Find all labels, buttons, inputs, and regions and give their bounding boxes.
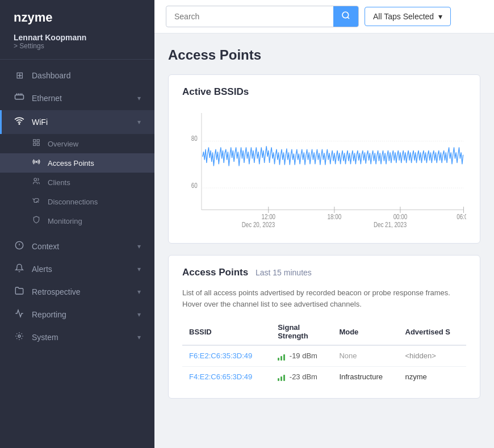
sidebar-item-clients[interactable]: Clients [0, 173, 154, 192]
context-label: Context [32, 242, 131, 251]
bssid-link-2[interactable]: F4:E2:C6:65:3D:49 [189, 372, 252, 381]
svg-rect-6 [34, 140, 36, 142]
signal-bar-2 [281, 376, 282, 381]
disconnections-label: Disconnections [48, 198, 98, 206]
ethernet-chevron: ▾ [137, 94, 141, 102]
reporting-icon [14, 309, 25, 320]
retrospective-icon [14, 286, 25, 298]
col-mode: Mode [332, 319, 398, 345]
svg-rect-0 [15, 95, 24, 99]
bssid-link[interactable]: F6:E2:C6:35:3D:49 [189, 351, 252, 360]
search-wrapper [166, 6, 359, 27]
user-name: Lennart Koopmann [14, 33, 141, 42]
search-input[interactable] [166, 7, 333, 26]
alerts-icon [14, 263, 25, 275]
svg-text:80: 80 [191, 135, 198, 143]
taps-label: All Taps Selected [373, 12, 434, 21]
col-signal: SignalStrength [271, 319, 332, 345]
app-logo: nzyme [0, 0, 154, 33]
system-icon [14, 332, 25, 343]
access-points-label: Access Points [48, 159, 94, 168]
alerts-label: Alerts [32, 265, 131, 274]
context-icon [14, 241, 25, 252]
svg-point-15 [18, 335, 20, 337]
signal-value-2: -23 dBm [290, 372, 317, 381]
signal-bar-2 [281, 356, 282, 361]
content-area: Access Points Active BSSIDs 80 60 [154, 34, 494, 448]
ap-title-text: Access Points [182, 267, 248, 278]
sidebar-item-disconnections[interactable]: Disconnections [0, 192, 154, 211]
sidebar-item-retrospective[interactable]: Retrospective ▾ [0, 280, 154, 303]
signal-cell: -19 dBm [271, 345, 332, 366]
svg-text:60: 60 [191, 182, 198, 189]
table-row: F6:E2:C6:35:3D:49 -19 dBm None [182, 345, 466, 366]
advertised-value-2: nzyme [405, 372, 427, 381]
topbar: All Taps Selected ▾ [154, 0, 494, 34]
sidebar-ethernet-label: Ethernet [32, 94, 131, 103]
ap-subtitle: Last 15 minutes [256, 268, 312, 277]
signal-bar-1 [278, 358, 279, 361]
sidebar-item-label: Dashboard [32, 71, 141, 80]
sidebar-item-ethernet[interactable]: Ethernet ▾ [0, 86, 154, 110]
sidebar-item-wifi[interactable]: WiFi ▾ [0, 110, 154, 134]
ethernet-icon [14, 92, 25, 104]
sidebar-item-access-points[interactable]: Access Points [0, 153, 154, 173]
svg-text:06:00: 06:00 [457, 213, 466, 220]
monitoring-icon [31, 216, 42, 226]
sidebar-item-alerts[interactable]: Alerts ▾ [0, 258, 154, 280]
user-info: Lennart Koopmann > Settings [0, 33, 154, 59]
settings-link[interactable]: > Settings [14, 42, 141, 50]
context-chevron: ▾ [137, 242, 141, 250]
access-points-card: Access Points Last 15 minutes List of al… [168, 255, 480, 399]
svg-text:Dec 20, 2023: Dec 20, 2023 [242, 221, 275, 228]
signal-bar-1 [278, 378, 279, 381]
advertised-cell-2: nzyme [399, 366, 466, 387]
signal-bar-3 [283, 375, 285, 381]
sidebar-item-dashboard[interactable]: ⊞ Dashboard [0, 64, 154, 86]
svg-text:Dec 21, 2023: Dec 21, 2023 [374, 221, 407, 228]
main-area: All Taps Selected ▾ Access Points Active… [154, 0, 494, 448]
access-points-table: BSSID SignalStrength Mode Advertised S F… [182, 319, 466, 387]
alerts-chevron: ▾ [137, 265, 141, 273]
clients-label: Clients [48, 178, 70, 187]
sidebar-divider [0, 59, 154, 60]
advertised-value: <hidden> [405, 351, 436, 360]
col-advertised: Advertised S [399, 319, 466, 345]
active-bssids-card: Active BSSIDs 80 60 [168, 74, 480, 244]
signal-bar-3 [283, 354, 285, 361]
access-points-description: List of all access points advertised by … [182, 287, 466, 309]
mode-value: None [339, 351, 357, 360]
svg-rect-9 [37, 143, 39, 145]
sidebar-item-reporting[interactable]: Reporting ▾ [0, 303, 154, 326]
system-chevron: ▾ [137, 333, 141, 341]
active-bssids-chart: 80 60 12:00 Dec 20, 2023 18:00 00:00 [182, 107, 466, 232]
page-title: Access Points [168, 47, 480, 63]
svg-rect-7 [37, 140, 39, 142]
retrospective-label: Retrospective [32, 287, 131, 296]
monitoring-label: Monitoring [48, 217, 82, 225]
signal-bars-2 [278, 373, 285, 381]
search-button[interactable] [333, 6, 358, 27]
active-bssids-title: Active BSSIDs [182, 86, 466, 98]
svg-text:00:00: 00:00 [393, 213, 408, 220]
svg-point-11 [34, 178, 37, 181]
svg-point-20 [342, 12, 349, 18]
svg-line-21 [348, 17, 349, 19]
reporting-chevron: ▾ [137, 311, 141, 319]
sidebar-item-system[interactable]: System ▾ [0, 326, 154, 349]
dashboard-icon: ⊞ [14, 70, 25, 81]
sidebar-item-overview[interactable]: Overview [0, 134, 154, 153]
access-points-card-title: Access Points Last 15 minutes [182, 267, 466, 278]
sidebar-item-context[interactable]: Context ▾ [0, 235, 154, 258]
svg-point-5 [19, 124, 20, 125]
sidebar-item-monitoring[interactable]: Monitoring [0, 211, 154, 231]
overview-icon [31, 139, 42, 149]
svg-text:18:00: 18:00 [328, 213, 342, 220]
sidebar-wifi-label: WiFi [32, 118, 131, 127]
disconnections-icon [31, 196, 42, 207]
bssid-cell: F6:E2:C6:35:3D:49 [182, 345, 271, 366]
bssid-chart-svg: 80 60 12:00 Dec 20, 2023 18:00 00:00 [182, 107, 466, 232]
mode-cell: None [332, 345, 398, 366]
col-bssid: BSSID [182, 319, 271, 345]
taps-dropdown[interactable]: All Taps Selected ▾ [365, 7, 451, 26]
